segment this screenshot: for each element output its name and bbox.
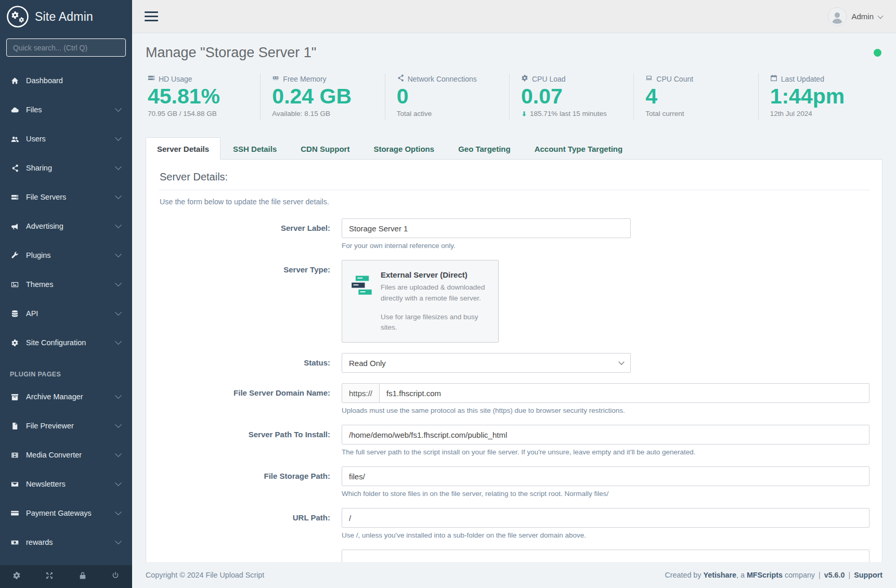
form-row-storage-path: File Storage Path: Which folder to store… <box>159 466 869 498</box>
chevron-down-icon <box>115 163 122 170</box>
settings-button[interactable] <box>0 565 33 588</box>
panel-heading: Server Details: <box>159 168 869 190</box>
share-icon <box>10 164 19 172</box>
sidebar-item-archive-manager[interactable]: Archive Manager <box>0 382 132 411</box>
domain-help: Uploads must use the same protocol as th… <box>342 407 869 414</box>
server-icon <box>10 193 19 201</box>
server-type-note: Use for large filesizes and busy sites. <box>381 312 490 333</box>
chevron-down-icon <box>115 508 122 515</box>
server-stack-icon <box>350 269 373 304</box>
user-menu[interactable]: Admin <box>828 7 882 26</box>
stat-value: 1:44pm <box>770 84 878 109</box>
stats-row: HD Usage 45.81% 70.95 GB / 154.88 GB Fre… <box>146 73 882 120</box>
storage-path-label: File Storage Path: <box>159 466 342 498</box>
server-type-title: External Server (Direct) <box>381 269 490 279</box>
tab-account-type-targeting[interactable]: Account Type Targeting <box>523 137 634 160</box>
gear-icon <box>12 571 21 582</box>
stat-free-memory: Free Memory 0.24 GB Available: 8.15 GB <box>260 73 384 120</box>
fullscreen-button[interactable] <box>33 565 67 588</box>
memory-icon <box>272 74 279 83</box>
megaphone-icon <box>10 223 19 230</box>
stat-value: 0 <box>397 84 505 109</box>
server-type-desc: Files are uploaded & downloaded directly… <box>381 282 490 304</box>
sidebar-item-file-previewer[interactable]: File Previewer <box>0 411 132 440</box>
sidebar-item-sharing[interactable]: Sharing <box>0 153 132 182</box>
storage-path-input[interactable] <box>342 466 869 486</box>
form-row-server-label: Server Label: For your own internal refe… <box>159 218 869 250</box>
network-icon <box>397 74 404 83</box>
site-admin-logo-icon <box>6 5 29 28</box>
mfscripts-link[interactable]: MFScripts <box>747 571 783 579</box>
server-label-help: For your own internal reference only. <box>342 242 869 250</box>
form-row-server-type: Server Type: <box>159 260 869 343</box>
film-icon <box>10 451 19 459</box>
stat-value: 4 <box>645 84 754 109</box>
app-title: Site Admin <box>35 10 93 24</box>
sidebar-item-dashboard[interactable]: Dashboard <box>0 66 132 95</box>
tab-geo-targeting[interactable]: Geo Targeting <box>447 137 522 160</box>
sidebar-item-newsletters[interactable]: Newsletters <box>0 469 132 499</box>
chevron-down-icon <box>115 105 122 112</box>
sidebar-footer <box>0 565 132 588</box>
sidebar-item-payment-gateways[interactable]: Payment Gateways <box>0 499 132 528</box>
chevron-down-icon <box>115 134 122 141</box>
copyright: Copyright © 2024 File Upload Script <box>146 571 264 579</box>
server-type-option-external-direct[interactable]: External Server (Direct) Files are uploa… <box>342 260 499 343</box>
form-row-next-partial <box>159 550 869 562</box>
sidebar-item-plugins[interactable]: Plugins <box>0 241 132 270</box>
chevron-down-icon <box>115 251 122 257</box>
sidebar-item-site-configuration[interactable]: Site Configuration <box>0 328 132 357</box>
file-icon <box>10 422 19 430</box>
stat-value: 0.24 GB <box>272 84 380 109</box>
tab-ssh-details[interactable]: SSH Details <box>222 137 288 160</box>
sidebar-item-media-converter[interactable]: Media Converter <box>0 440 132 469</box>
yetishare-link[interactable]: Yetishare <box>703 571 736 579</box>
stat-sub: Available: 8.15 GB <box>272 110 380 117</box>
credit-card-icon <box>10 509 19 517</box>
status-label: Status: <box>159 353 342 373</box>
chevron-down-icon <box>115 479 122 486</box>
tab-storage-options[interactable]: Storage Options <box>362 137 446 160</box>
status-select[interactable]: Read Only <box>342 353 631 373</box>
server-label-input[interactable] <box>342 218 631 238</box>
url-path-input[interactable] <box>342 508 869 528</box>
server-path-input[interactable] <box>342 425 869 445</box>
version-label: v5.6.0 <box>824 571 845 579</box>
chevron-down-icon <box>115 450 122 457</box>
user-name: Admin <box>851 12 874 21</box>
menu-toggle-button[interactable] <box>141 8 161 25</box>
next-field-input-partial[interactable] <box>342 550 869 562</box>
tab-cdn-support[interactable]: CDN Support <box>289 137 361 160</box>
sidebar-item-file-servers[interactable]: File Servers <box>0 182 132 212</box>
sidebar-item-rewards[interactable]: rewards <box>0 528 132 557</box>
topbar: Admin <box>132 0 896 33</box>
sidebar-item-advertising[interactable]: Advertising <box>0 212 132 241</box>
arrow-down-icon <box>521 111 527 117</box>
logout-button[interactable] <box>99 565 133 588</box>
footer: Copyright © 2024 File Upload Script Crea… <box>132 562 896 588</box>
tab-server-details[interactable]: Server Details <box>146 137 220 160</box>
domain-input[interactable] <box>380 383 869 403</box>
wrench-icon <box>10 252 19 259</box>
sidebar-item-api[interactable]: API <box>0 299 132 328</box>
server-label-label: Server Label: <box>159 218 342 250</box>
page-content: Manage "Storage Server 1" HD Usage 45.81… <box>132 33 896 562</box>
hdd-icon <box>148 74 155 83</box>
stat-value: 45.81% <box>148 84 256 109</box>
sidebar-item-files[interactable]: Files <box>0 95 132 124</box>
avatar <box>828 7 847 26</box>
form-row-status: Status: Read Only <box>159 353 869 373</box>
stat-sub: 70.95 GB / 154.88 GB <box>148 110 256 117</box>
lock-button[interactable] <box>66 565 99 588</box>
archive-icon <box>10 393 19 401</box>
envelope-icon <box>10 480 19 488</box>
lock-icon <box>79 571 87 582</box>
https-prefix: https:// <box>342 383 380 403</box>
quick-search-input[interactable] <box>6 38 126 57</box>
page-head: Manage "Storage Server 1" <box>146 45 882 61</box>
money-icon <box>10 539 19 546</box>
form-row-server-path: Server Path To Install: The full server … <box>159 425 869 456</box>
sidebar-item-themes[interactable]: Themes <box>0 270 132 299</box>
sidebar-item-users[interactable]: Users <box>0 124 132 153</box>
support-link[interactable]: Support <box>854 571 882 579</box>
